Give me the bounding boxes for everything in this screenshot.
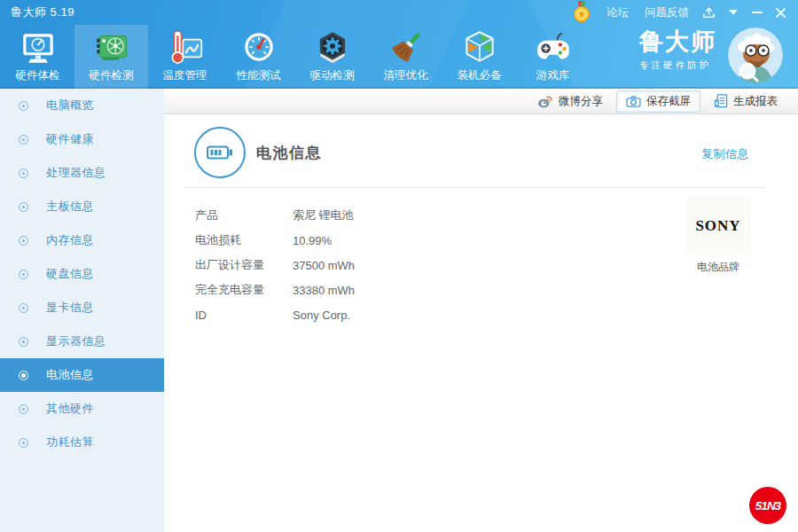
sidebar-item-hardware-health[interactable]: 硬件健康	[0, 122, 164, 156]
radio-icon	[19, 101, 28, 111]
radio-icon	[19, 135, 28, 145]
sidebar-item-label: 功耗估算	[46, 434, 94, 450]
titlebar-controls: 论坛 问题反馈	[572, 0, 793, 25]
sidebar-nav: 电脑概览 硬件健康 处理器信息 主板信息 内存信息 硬盘信息 显卡信息 显示器信…	[0, 89, 164, 532]
toolbar-item-essential-software[interactable]: 装机必备	[442, 25, 516, 89]
mascot-icon	[728, 27, 783, 82]
toolbar-item-label: 温度管理	[163, 68, 207, 83]
save-screenshot-button[interactable]: 保存截屏	[616, 90, 700, 113]
sidebar-item-other-hardware[interactable]: 其他硬件	[0, 392, 164, 426]
weibo-share-label: 微博分享	[559, 94, 603, 109]
field-value: 33380 mWh	[293, 284, 355, 297]
toolbar-item-driver-detect[interactable]: 驱动检测	[295, 25, 369, 89]
watermark-text: 51N3	[755, 499, 780, 512]
table-row: 产品 索尼 锂电池	[195, 203, 355, 228]
radio-icon	[19, 438, 28, 448]
sidebar-item-cpu-info[interactable]: 处理器信息	[0, 156, 164, 190]
toolbar-item-cleanup[interactable]: 清理优化	[369, 25, 442, 89]
sidebar-item-computer-overview[interactable]: 电脑概览	[0, 89, 164, 122]
save-screenshot-label: 保存截屏	[646, 94, 691, 109]
sidebar-item-label: 显卡信息	[46, 300, 94, 316]
radio-icon	[19, 202, 28, 212]
field-label: 出厂设计容量	[195, 257, 293, 273]
radio-icon	[19, 303, 28, 313]
share-icon[interactable]	[697, 0, 721, 25]
toolbar-item-hardware-detect[interactable]: 硬件检测	[74, 25, 148, 89]
sidebar-item-gpu-info[interactable]: 显卡信息	[0, 291, 164, 325]
minimize-button[interactable]	[745, 0, 769, 25]
monitor-checkup-icon	[18, 27, 59, 68]
toolbar-item-label: 硬件检测	[90, 68, 134, 83]
radio-icon	[19, 168, 28, 178]
toolbar-item-label: 清理优化	[384, 68, 428, 83]
toolbar-item-label: 装机必备	[458, 68, 502, 83]
sidebar-item-disk-info[interactable]: 硬盘信息	[0, 257, 164, 291]
broom-icon	[386, 27, 426, 68]
toolbar-item-label: 性能测试	[237, 68, 281, 83]
battery-circle-badge	[194, 127, 246, 178]
gear-hexagon-icon	[312, 27, 353, 68]
field-label: 完全充电容量	[195, 282, 293, 298]
battery-info-table: 产品 索尼 锂电池 电池损耗 10.99% 出厂设计容量 37500 mWh 完…	[195, 203, 355, 327]
toolbar-item-hardware-checkup[interactable]: 硬件体检	[1, 25, 74, 89]
sidebar-item-power-estimate[interactable]: 功耗估算	[0, 426, 164, 459]
sidebar-item-monitor-info[interactable]: 显示器信息	[0, 325, 164, 358]
sidebar-item-label: 主板信息	[46, 199, 94, 215]
sidebar-item-label: 内存信息	[46, 232, 94, 248]
sidebar-item-battery-info[interactable]: 电池信息	[0, 358, 164, 392]
field-value: 索尼 锂电池	[293, 207, 354, 223]
battery-brand-caption: 电池品牌	[685, 260, 751, 275]
sidebar-item-label: 处理器信息	[46, 165, 106, 181]
thermometer-chart-icon	[165, 27, 206, 68]
battery-info-panel: 电池信息 复制信息 产品 索尼 锂电池 电池损耗 10.99% 出厂设计容量 3…	[164, 114, 798, 532]
brand-logo: 鲁大师 专注硬件防护	[639, 29, 716, 72]
toolbar-item-label: 硬件体检	[16, 68, 60, 83]
sidebar-item-label: 其他硬件	[46, 401, 94, 417]
field-label: ID	[195, 309, 293, 322]
toolbar-item-temperature[interactable]: 温度管理	[148, 25, 222, 89]
page-title: 电池信息	[256, 143, 322, 163]
toolbar-item-game-library[interactable]: 游戏库	[516, 25, 590, 89]
camera-icon	[626, 96, 641, 107]
feedback-link[interactable]: 问题反馈	[637, 5, 697, 20]
battery-icon	[207, 145, 233, 160]
field-value: 10.99%	[293, 234, 332, 247]
field-value: Sony Corp.	[293, 309, 350, 322]
generate-report-button[interactable]: 生成报表	[704, 90, 787, 113]
field-label: 产品	[195, 207, 293, 223]
sidebar-item-label: 电脑概览	[46, 98, 94, 113]
weibo-icon	[537, 94, 553, 108]
table-row: 电池损耗 10.99%	[195, 228, 355, 253]
radio-icon	[19, 404, 28, 414]
field-value: 37500 mWh	[293, 259, 355, 272]
sidebar-item-label: 电池信息	[46, 367, 94, 383]
table-row: 完全充电容量 33380 mWh	[195, 278, 355, 302]
action-bar: 微博分享 保存截屏 生成报表	[164, 89, 798, 114]
generate-report-label: 生成报表	[733, 94, 778, 109]
field-label: 电池损耗	[195, 232, 293, 248]
copy-info-link[interactable]: 复制信息	[701, 146, 749, 162]
mascot-avatar[interactable]	[728, 27, 783, 82]
sidebar-item-memory-info[interactable]: 内存信息	[0, 223, 164, 257]
menu-caret-icon[interactable]	[721, 0, 745, 25]
forum-link[interactable]: 论坛	[598, 5, 637, 20]
sidebar-item-label: 显示器信息	[46, 333, 106, 349]
toolbar-item-benchmark[interactable]: 性能测试	[222, 25, 295, 89]
sidebar-item-motherboard-info[interactable]: 主板信息	[0, 190, 164, 223]
titlebar[interactable]: 鲁大师 5.19 论坛 问题反馈	[0, 0, 798, 25]
close-button[interactable]	[769, 0, 793, 25]
sidebar-item-label: 硬盘信息	[46, 266, 94, 282]
brand-name: 鲁大师	[639, 29, 716, 56]
table-row: 出厂设计容量 37500 mWh	[195, 253, 355, 278]
report-icon	[714, 94, 728, 108]
radio-icon	[19, 270, 28, 279]
speed-gauge-icon	[239, 27, 279, 68]
weibo-share-button[interactable]: 微博分享	[528, 90, 613, 113]
51nb-watermark-logo: 51N3	[749, 487, 786, 524]
sony-logo-text: SONY	[695, 217, 740, 235]
medal-icon[interactable]	[572, 1, 591, 24]
app-header: 鲁大师 5.19 论坛 问题反馈	[0, 0, 798, 89]
gpu-card-icon	[91, 27, 132, 68]
battery-brand-logo: SONY	[685, 198, 751, 254]
brand-slogan: 专注硬件防护	[639, 59, 716, 72]
